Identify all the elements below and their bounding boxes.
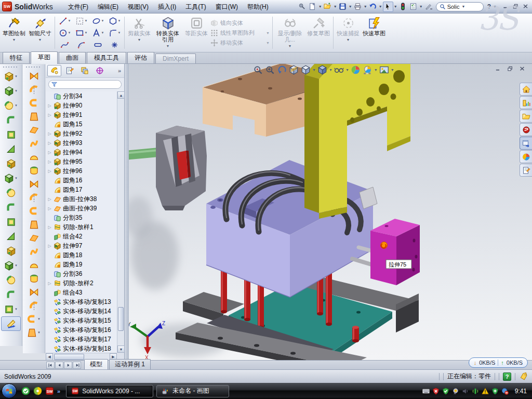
combine-bodies-button[interactable] xyxy=(0,215,22,229)
tree-item[interactable]: 分割34 xyxy=(46,91,117,101)
tree-item[interactable]: 组合42 xyxy=(46,232,117,241)
reference-point-button[interactable]: ▼ xyxy=(23,312,45,326)
help-button[interactable]: ? xyxy=(486,3,493,10)
delete-body-button[interactable] xyxy=(23,204,45,218)
slot-button[interactable] xyxy=(90,39,106,50)
dropdown-arrow-icon[interactable]: ▼ xyxy=(333,5,338,8)
document-close-button[interactable] xyxy=(518,66,526,72)
tree-item[interactable]: ▷拉伸95 xyxy=(46,157,117,166)
appearances-scenes-tab[interactable] xyxy=(520,150,532,163)
tree-item[interactable]: ▷拉伸92 xyxy=(46,129,117,138)
repair-sketch-button[interactable]: 修复草图 xyxy=(305,15,331,51)
quick-tips-help-button[interactable]: ? xyxy=(503,373,511,381)
expand-arrow-icon[interactable]: ▷ xyxy=(47,141,52,145)
extend-surface-button[interactable] xyxy=(23,137,45,150)
fillet-button[interactable]: ▼ xyxy=(0,98,22,113)
previous-tab-button[interactable] xyxy=(55,362,63,369)
expand-arrow-icon[interactable]: ▷ xyxy=(47,197,52,202)
offset-surface-button[interactable] xyxy=(23,258,45,272)
trim-entities-button[interactable]: 剪裁实体▼ xyxy=(126,15,152,51)
tree-item[interactable]: ▷拉伸96 xyxy=(46,166,117,176)
tree-item[interactable]: 圆角15 xyxy=(46,119,117,129)
print-button[interactable] xyxy=(353,2,363,12)
mirror-entities-button[interactable]: 镜向实体 xyxy=(210,19,270,27)
start-button[interactable] xyxy=(2,383,17,398)
tree-item[interactable]: ▷拉伸91 xyxy=(46,110,117,119)
tab-dimxpert[interactable]: DimXpert xyxy=(155,54,196,63)
file-explorer-tab[interactable] xyxy=(520,110,532,123)
dropdown-arrow-icon[interactable]: ▼ xyxy=(419,5,423,8)
intersect-bodies-button[interactable] xyxy=(0,229,22,244)
expand-arrow-icon[interactable]: ▷ xyxy=(47,281,52,286)
spline-curve-button[interactable]: ▼ xyxy=(23,326,45,339)
display-delete-relations-button[interactable]: 显示/删除几...▼ xyxy=(274,15,305,51)
tree-item[interactable]: 实体-移动/复制14 xyxy=(46,307,117,316)
dropdown-arrow-icon[interactable]: ▼ xyxy=(348,5,353,8)
line-button[interactable]: ▼ xyxy=(57,15,73,26)
tree-item[interactable]: 圆角19 xyxy=(46,260,117,269)
scroll-down-arrow[interactable]: ▼ xyxy=(117,345,125,353)
custom-properties-tab[interactable] xyxy=(520,164,532,177)
dropdown-arrow-icon[interactable]: ▼ xyxy=(318,5,323,8)
tag-icon[interactable] xyxy=(519,373,528,380)
plane-button[interactable] xyxy=(0,273,22,287)
model-pin-short[interactable] xyxy=(352,326,359,342)
tab-model[interactable]: 模型 xyxy=(84,359,108,369)
draft-button[interactable] xyxy=(0,142,22,156)
flex-button[interactable] xyxy=(23,164,45,177)
move-entities-button[interactable]: 移动实体▼ xyxy=(210,39,270,47)
menu-insert[interactable]: 插入(I) xyxy=(153,1,181,13)
panel-splitter[interactable] xyxy=(125,64,129,360)
extruded-boss-button[interactable]: ▼ xyxy=(0,69,22,84)
spline-button[interactable] xyxy=(57,39,73,50)
edit-appearance-button[interactable] xyxy=(350,65,361,75)
design-library-tab[interactable] xyxy=(520,96,532,109)
tree-item[interactable]: 实体-移动/复制17 xyxy=(46,335,117,344)
solidworks-search-tab[interactable] xyxy=(520,123,532,136)
panel-overflow-button[interactable]: » xyxy=(118,68,123,74)
rectangle-button[interactable]: ▼ xyxy=(73,27,89,38)
tray-guard-icon[interactable] xyxy=(491,388,499,395)
menu-view[interactable]: 视图(V) xyxy=(123,1,153,13)
design-checker-button[interactable] xyxy=(408,2,419,12)
point-button[interactable] xyxy=(107,39,123,50)
display-style-button[interactable] xyxy=(317,65,328,75)
tree-item[interactable]: 圆角18 xyxy=(46,250,117,260)
section-view-button[interactable] xyxy=(288,65,299,75)
select-cursor-button[interactable] xyxy=(383,2,393,12)
wrap-button[interactable] xyxy=(23,231,45,245)
next-tab-button[interactable] xyxy=(64,362,72,369)
search-input[interactable]: Solic▼ xyxy=(436,2,484,11)
open-document-button[interactable] xyxy=(323,2,333,12)
tab-mold-tools[interactable]: 模具工具 xyxy=(87,52,126,63)
quick-snaps-button[interactable]: 快速捕捉▼ xyxy=(335,15,361,51)
swept-boss-button[interactable] xyxy=(0,113,22,127)
tree-vertical-scrollbar[interactable]: ▲ ▼ xyxy=(117,91,124,353)
new-document-button[interactable] xyxy=(308,2,318,12)
zoom-to-area-button[interactable] xyxy=(264,65,275,75)
restore-button[interactable] xyxy=(512,4,519,9)
hole-wizard-button[interactable] xyxy=(0,156,22,171)
scroll-left-arrow[interactable]: ◀ xyxy=(46,353,53,360)
menu-window[interactable]: 窗口(W) xyxy=(211,1,243,13)
quick-launch-game-box[interactable] xyxy=(33,387,42,395)
sketch-button[interactable]: 草图绘制▼ xyxy=(1,15,27,51)
tab-motion-study[interactable]: 运动算例 1 xyxy=(109,359,151,369)
view-settings-button[interactable] xyxy=(379,65,390,75)
move-body-button[interactable] xyxy=(0,244,22,258)
menu-help[interactable]: 帮助(H) xyxy=(243,1,273,13)
shell-outward-button[interactable] xyxy=(23,218,45,231)
pin-button[interactable] xyxy=(297,2,308,12)
menu-file[interactable]: 文件(F) xyxy=(63,1,93,13)
planar-surface-button[interactable] xyxy=(23,150,45,164)
sketch-fillet-button[interactable]: ▼ xyxy=(107,27,123,38)
tab-evaluate[interactable]: 评估 xyxy=(127,52,154,63)
lofted-surface-button[interactable] xyxy=(23,110,45,123)
rapid-sketch-button[interactable]: 快速草图 xyxy=(361,15,387,51)
expand-arrow-icon[interactable]: ▷ xyxy=(47,103,52,108)
quick-launch-solidworks[interactable]: SW xyxy=(45,387,54,395)
tree-item[interactable]: 实体-移动/复制15 xyxy=(46,316,117,325)
apply-scene-button[interactable] xyxy=(362,65,373,75)
tree-item[interactable]: 分割36 xyxy=(46,269,117,278)
tree-item[interactable]: ▷曲面-拉伸39 xyxy=(46,204,117,213)
